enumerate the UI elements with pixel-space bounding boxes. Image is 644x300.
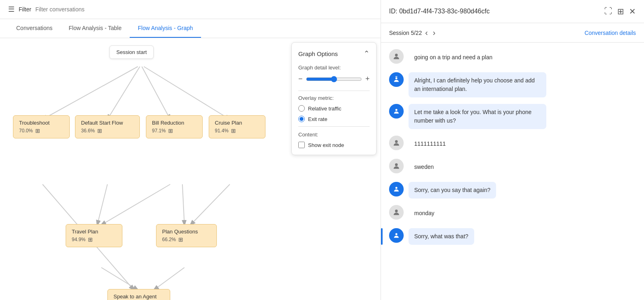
session-id-header: ID: 0bd1d7-4f4-733-83c-980d46cfc ⛶ ⊞ ✕: [381, 0, 644, 23]
overlay-relative-option[interactable]: Relative traffic: [298, 105, 370, 112]
options-divider: [298, 91, 370, 91]
message-bubble: Let me take a look for you. What is your…: [409, 104, 546, 129]
message-bubble: sweden: [409, 159, 439, 175]
svg-point-4: [397, 78, 398, 79]
detail-level-label: Graph detail level:: [298, 65, 370, 71]
graph-options-panel: Graph Options ⌃ Graph detail level: − + …: [291, 42, 377, 155]
svg-point-6: [395, 140, 398, 143]
tab-flow-table[interactable]: Flow Analysis - Table: [61, 19, 130, 38]
slider-plus-icon[interactable]: +: [365, 75, 370, 83]
node-speak-agent[interactable]: Speak to an Agent 78.3% ⊞: [107, 289, 170, 300]
filter-input[interactable]: [35, 6, 372, 13]
detail-slider[interactable]: [306, 76, 362, 82]
filter-label: Filter: [19, 6, 31, 13]
node-default-start-pct: 36.6%: [81, 128, 95, 134]
node-bill-reduction[interactable]: Bill Reduction 97.1% ⊞: [146, 115, 203, 138]
node-plan-questions[interactable]: Plan Questions 66.2% ⊞: [156, 224, 217, 247]
graph-options-header: Graph Options ⌃: [298, 49, 370, 58]
content-label: Content:: [298, 132, 370, 138]
message-bubble: going on a trip and need a plan: [409, 49, 498, 66]
node-troubleshoot-pct: 70.0%: [19, 128, 33, 134]
session-nav: Session 5/22 ‹ › Conversation details: [381, 23, 644, 43]
graph-options-title: Graph Options: [298, 50, 338, 57]
overlay-exit-radio[interactable]: [298, 116, 305, 122]
close-icon[interactable]: ✕: [629, 6, 636, 16]
node-cruise-icon: ⊞: [231, 127, 236, 134]
node-bill-icon: ⊞: [168, 127, 173, 134]
session-id-text: ID: 0bd1d7-4f4-733-83c-980d46cfc: [389, 8, 490, 15]
node-travel-icon: ⊞: [88, 236, 93, 243]
nav-next-button[interactable]: ›: [431, 27, 437, 38]
message-bubble: monday: [409, 205, 440, 222]
avatar: [389, 182, 404, 196]
node-troubleshoot[interactable]: Troubleshoot 70.0% ⊞: [13, 115, 70, 138]
node-cruise-plan-pct: 91.4%: [215, 128, 229, 134]
avatar: [389, 104, 404, 119]
svg-point-5: [396, 109, 398, 111]
right-panel: ID: 0bd1d7-4f4-733-83c-980d46cfc ⛶ ⊞ ✕ S…: [381, 0, 644, 300]
graph-area: Session start: [0, 38, 381, 300]
message-row: Sorry, can you say that again?: [389, 182, 636, 199]
message-row-active: Sorry, what was that?: [389, 228, 636, 245]
node-bill-reduction-pct: 97.1%: [152, 128, 166, 134]
graph-options-chevron-icon[interactable]: ⌃: [364, 49, 370, 58]
node-troubleshoot-footer: 70.0% ⊞: [19, 127, 64, 134]
node-troubleshoot-icon: ⊞: [35, 127, 40, 134]
grid-icon[interactable]: ⊞: [617, 6, 624, 16]
node-cruise-plan[interactable]: Cruise Plan 91.4% ⊞: [209, 115, 265, 138]
content-section: Content: Show exit node: [298, 132, 370, 148]
tab-conversations[interactable]: Conversations: [8, 19, 61, 38]
session-start-node: Session start: [109, 45, 154, 59]
node-travel-plan-footer: 94.9% ⊞: [72, 236, 116, 243]
session-nav-left: Session 5/22 ‹ ›: [389, 27, 437, 38]
overlay-relative-radio[interactable]: [298, 105, 305, 112]
node-travel-plan[interactable]: Travel Plan 94.9% ⊞: [66, 224, 122, 247]
node-default-start[interactable]: Default Start Flow 36.6% ⊞: [75, 115, 140, 138]
node-plan-questions-pct: 66.2%: [162, 237, 176, 242]
chat-area: going on a trip and need a plan Alright,…: [381, 43, 644, 300]
message-bubble: 1111111111: [409, 136, 451, 152]
avatar: [389, 49, 404, 64]
conversation-details-link[interactable]: Conversation details: [584, 30, 636, 36]
message-row: Alright, I can definitely help you choos…: [389, 72, 636, 97]
message-row: monday: [389, 205, 636, 222]
show-exit-node-label: Show exit node: [308, 142, 344, 148]
message-row: going on a trip and need a plan: [389, 49, 636, 66]
svg-point-8: [396, 187, 398, 189]
slider-minus-icon[interactable]: −: [298, 75, 303, 83]
message-bubble: Alright, I can definitely help you choos…: [409, 72, 546, 97]
node-default-icon: ⊞: [97, 127, 102, 134]
overlay-exit-label: Exit rate: [308, 116, 327, 122]
node-cruise-plan-title: Cruise Plan: [215, 120, 259, 126]
options-divider-2: [298, 126, 370, 127]
nav-prev-button[interactable]: ‹: [424, 27, 430, 38]
expand-icon[interactable]: ⛶: [604, 6, 612, 16]
show-exit-node-checkbox[interactable]: [298, 142, 305, 148]
filter-bar: ☰ Filter: [0, 0, 381, 19]
tab-flow-graph[interactable]: Flow Analysis - Graph: [130, 19, 201, 38]
avatar: [389, 228, 404, 243]
node-travel-plan-pct: 94.9%: [72, 237, 86, 242]
overlay-exit-option[interactable]: Exit rate: [298, 116, 370, 122]
active-indicator: [381, 228, 383, 245]
avatar: [389, 159, 404, 173]
message-row: sweden: [389, 159, 636, 175]
avatar: [389, 136, 404, 150]
session-header-icons: ⛶ ⊞ ✕: [604, 6, 636, 16]
svg-point-10: [396, 233, 398, 235]
node-troubleshoot-title: Troubleshoot: [19, 120, 64, 126]
node-cruise-plan-footer: 91.4% ⊞: [215, 127, 259, 134]
slider-row: − +: [298, 75, 370, 83]
message-bubble: Sorry, what was that?: [409, 228, 474, 245]
avatar: [389, 205, 404, 220]
message-row: Let me take a look for you. What is your…: [389, 104, 636, 129]
message-row: 1111111111: [389, 136, 636, 152]
node-travel-plan-title: Travel Plan: [72, 229, 116, 235]
show-exit-node-option[interactable]: Show exit node: [298, 142, 370, 148]
node-plan-questions-title: Plan Questions: [162, 229, 211, 235]
node-default-start-title: Default Start Flow: [81, 120, 134, 126]
svg-point-0: [395, 54, 398, 56]
message-bubble: Sorry, can you say that again?: [409, 182, 496, 199]
node-plan-icon: ⊞: [178, 236, 183, 243]
session-label: Session 5/22: [389, 30, 422, 36]
